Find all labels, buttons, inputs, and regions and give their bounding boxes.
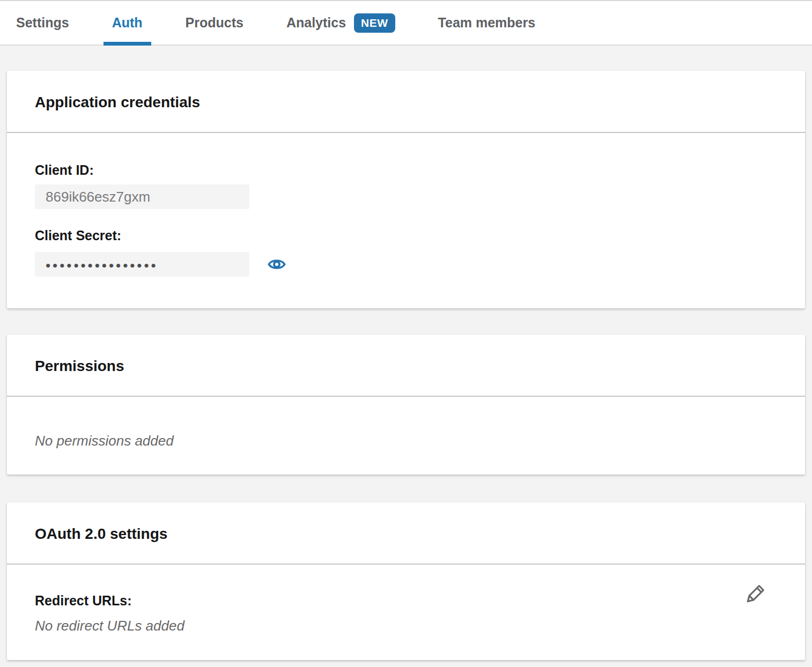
new-badge: NEW: [354, 13, 395, 33]
client-secret-row: ••••••••••••••••: [35, 243, 777, 277]
permissions-empty-text: No permissions added: [35, 432, 777, 449]
client-secret-masked-text: ••••••••••••••••: [46, 256, 158, 272]
permissions-body: No permissions added: [7, 397, 805, 475]
tab-settings-label: Settings: [16, 15, 69, 31]
tab-settings[interactable]: Settings: [8, 1, 78, 45]
permissions-card: Permissions No permissions added: [7, 335, 805, 475]
redirect-urls-label: Redirect URLs:: [35, 592, 777, 609]
tab-analytics-label: Analytics: [286, 15, 346, 31]
application-credentials-header: Application credentials: [7, 71, 805, 133]
active-tab-underline: [104, 42, 151, 46]
oauth-settings-title: OAuth 2.0 settings: [35, 525, 777, 543]
oauth-settings-header: OAuth 2.0 settings: [7, 502, 805, 565]
client-secret-label: Client Secret:: [35, 227, 777, 243]
auth-tab-content: Application credentials Client ID: 869ik…: [0, 71, 812, 660]
client-id-label: Client ID:: [35, 162, 777, 178]
eye-icon: [268, 257, 286, 272]
tab-products[interactable]: Products: [177, 1, 252, 45]
client-id-value[interactable]: 869ik66esz7gxm: [35, 184, 249, 209]
oauth-settings-body: Redirect URLs: No redirect URLs added: [7, 565, 805, 660]
tab-team-members[interactable]: Team members: [430, 1, 544, 45]
client-id-text: 869ik66esz7gxm: [46, 189, 150, 205]
application-credentials-body: Client ID: 869ik66esz7gxm Client Secret:…: [7, 133, 805, 308]
permissions-title: Permissions: [35, 358, 777, 375]
tab-auth[interactable]: Auth: [104, 1, 151, 45]
client-secret-value[interactable]: ••••••••••••••••: [35, 252, 249, 277]
application-credentials-card: Application credentials Client ID: 869ik…: [7, 71, 805, 308]
permissions-header: Permissions: [7, 335, 805, 397]
pencil-icon: [742, 582, 767, 607]
tab-products-label: Products: [186, 15, 243, 31]
oauth-settings-card: OAuth 2.0 settings Redirect URLs: No red…: [7, 502, 805, 660]
edit-redirect-urls-button[interactable]: [742, 582, 767, 609]
application-credentials-title: Application credentials: [35, 94, 777, 111]
redirect-urls-empty-text: No redirect URLs added: [35, 617, 777, 634]
tab-analytics[interactable]: Analytics NEW: [278, 1, 404, 45]
tab-bar: Settings Auth Products Analytics NEW Tea…: [0, 0, 812, 46]
reveal-secret-button[interactable]: [268, 257, 286, 272]
tab-team-members-label: Team members: [438, 15, 536, 31]
tab-auth-label: Auth: [112, 15, 143, 31]
